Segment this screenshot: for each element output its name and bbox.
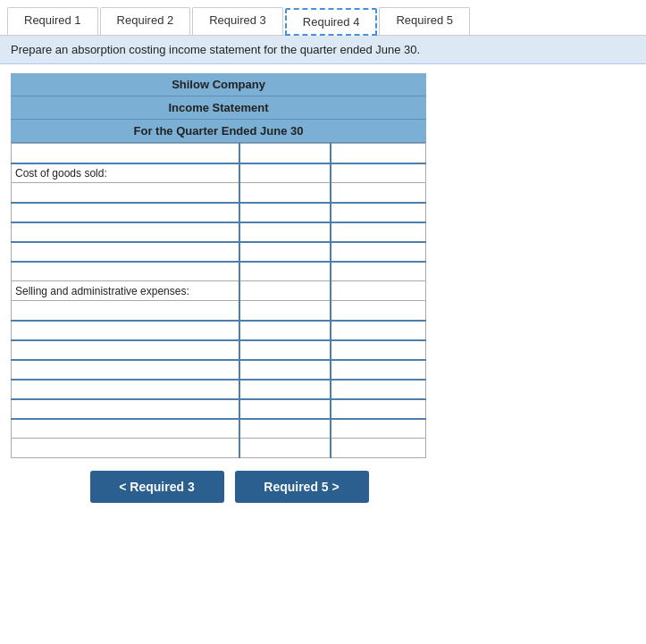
statement-title: Income Statement bbox=[11, 96, 426, 120]
tab-required1[interactable]: Required 1 bbox=[7, 7, 98, 35]
tab-required3[interactable]: Required 3 bbox=[192, 7, 283, 35]
input-mid-13[interactable] bbox=[244, 403, 326, 415]
cogs-label: Cost of goods sold: bbox=[15, 167, 107, 180]
input-right-14[interactable] bbox=[335, 422, 422, 435]
table-row bbox=[12, 262, 426, 281]
instruction-text: Prepare an absorption costing income sta… bbox=[11, 43, 420, 56]
tabs-bar: Required 1 Required 2 Required 3 Require… bbox=[0, 0, 646, 36]
table-wrapper: Shilow Company Income Statement For the … bbox=[11, 73, 426, 458]
input-label-9[interactable] bbox=[15, 324, 235, 337]
input-right-1[interactable] bbox=[335, 146, 422, 159]
input-label-6[interactable] bbox=[15, 246, 235, 258]
input-mid-10[interactable] bbox=[244, 344, 326, 356]
input-label-15[interactable] bbox=[15, 442, 235, 455]
instruction-bar: Prepare an absorption costing income sta… bbox=[0, 36, 646, 64]
tab-required2[interactable]: Required 2 bbox=[100, 7, 191, 35]
input-mid-5[interactable] bbox=[244, 226, 326, 238]
input-label-8[interactable] bbox=[15, 304, 235, 316]
table-row bbox=[12, 301, 426, 321]
table-row bbox=[12, 360, 426, 380]
income-statement-table: Cost of goods sold: bbox=[11, 143, 426, 458]
table-row bbox=[12, 399, 426, 419]
input-mid-11[interactable] bbox=[244, 364, 326, 376]
input-label-10[interactable] bbox=[15, 344, 235, 356]
prev-button[interactable]: < Required 3 bbox=[90, 471, 224, 503]
input-mid-8[interactable] bbox=[244, 304, 326, 316]
input-label-1[interactable] bbox=[15, 146, 235, 159]
next-button[interactable]: Required 5 > bbox=[235, 471, 369, 503]
company-name: Shilow Company bbox=[11, 73, 426, 96]
input-mid-6[interactable] bbox=[244, 246, 326, 258]
input-mid-12[interactable] bbox=[244, 383, 326, 396]
input-mid-9[interactable] bbox=[244, 324, 326, 337]
input-label-3[interactable] bbox=[15, 186, 235, 198]
input-label-13[interactable] bbox=[15, 403, 235, 415]
table-row bbox=[12, 242, 426, 262]
input-label-5[interactable] bbox=[15, 226, 235, 238]
tab-required5[interactable]: Required 5 bbox=[379, 7, 470, 35]
table-row bbox=[12, 203, 426, 222]
table-row bbox=[12, 340, 426, 360]
input-label-4[interactable] bbox=[15, 206, 235, 219]
table-row-cogs-label: Cost of goods sold: bbox=[12, 163, 426, 183]
table-row bbox=[12, 222, 426, 242]
content-area: Shilow Company Income Statement For the … bbox=[0, 64, 646, 521]
table-row bbox=[12, 439, 426, 458]
selling-admin-label: Selling and administrative expenses: bbox=[15, 285, 189, 297]
table-row bbox=[12, 419, 426, 439]
input-label-12[interactable] bbox=[15, 383, 235, 396]
table-row bbox=[12, 321, 426, 340]
header-section: Shilow Company Income Statement For the … bbox=[11, 73, 426, 143]
table-row bbox=[12, 380, 426, 399]
input-label-11[interactable] bbox=[15, 364, 235, 376]
bottom-nav: < Required 3 Required 5 > bbox=[21, 458, 437, 512]
input-mid-4[interactable] bbox=[244, 206, 326, 219]
table-row-selling-label: Selling and administrative expenses: bbox=[12, 281, 426, 301]
page-wrapper: Required 1 Required 2 Required 3 Require… bbox=[0, 0, 646, 644]
table-row bbox=[12, 144, 426, 163]
statement-period: For the Quarter Ended June 30 bbox=[11, 120, 426, 143]
input-mid-3[interactable] bbox=[244, 186, 326, 198]
tab-required4[interactable]: Required 4 bbox=[285, 8, 378, 36]
table-row bbox=[12, 183, 426, 203]
input-mid-1[interactable] bbox=[244, 146, 326, 159]
input-mid-14[interactable] bbox=[244, 422, 326, 435]
